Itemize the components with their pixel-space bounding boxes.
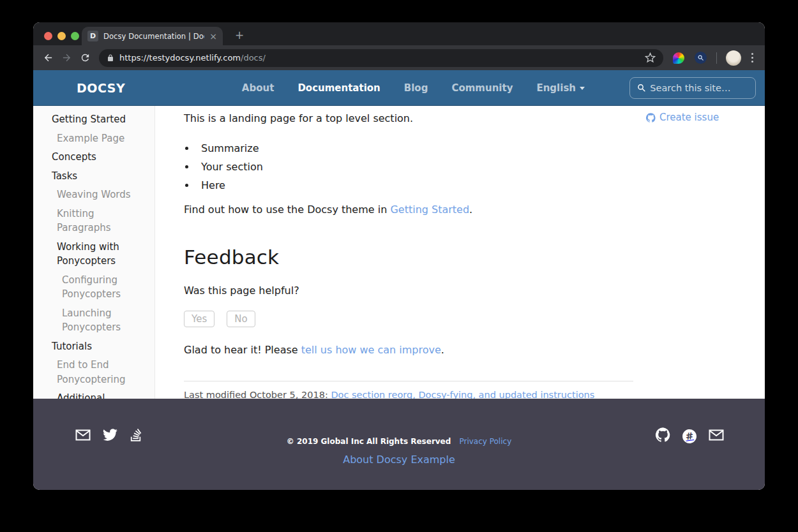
nav-item-documentation[interactable]: Documentation [297,82,380,94]
sidebar-item-launching-ponycopters[interactable]: Launching Ponycopters [33,306,138,335]
sidebar-item-concepts[interactable]: Concepts [33,150,138,165]
sidebar-item-tutorials[interactable]: Tutorials [33,339,138,354]
nav-item-language[interactable]: English [536,82,585,94]
toolbar-separator [716,52,717,64]
findout-paragraph: Find out how to use the Docsy theme in G… [184,203,633,216]
nav-item-community[interactable]: Community [451,82,513,94]
address-bar[interactable]: https://testydocsy.netlify.com/docs/ [99,49,663,67]
nav-item-about[interactable]: About [242,82,275,94]
slack-icon[interactable]: # [682,429,696,443]
profile-avatar[interactable] [726,50,741,66]
extension-password-icon[interactable] [695,52,707,64]
sidebar-item-configuring-ponycopters[interactable]: Configuring Ponycopters [33,273,138,302]
improve-link[interactable]: tell us how we can improve [301,344,441,356]
traffic-lights [44,32,79,40]
back-icon[interactable] [40,49,57,66]
tab-strip: D Docsy Documentation | Docsy × + [33,22,765,45]
search-input[interactable] [650,83,748,93]
zoom-window-button[interactable] [71,32,79,40]
lock-icon [107,54,114,63]
sidebar-item-example-page[interactable]: Example Page [33,131,138,146]
tab-close-icon[interactable]: × [209,32,217,41]
chevron-down-icon [580,87,585,90]
summary-list: Summarize Your section Here [196,142,633,191]
list-item: Here [196,179,633,191]
search-icon [637,83,645,92]
feedback-no-button[interactable]: No [227,311,255,327]
browser-tab[interactable]: D Docsy Documentation | Docsy × [82,27,223,45]
reload-icon[interactable] [77,49,94,66]
sidebar-item-getting-started[interactable]: Getting Started [33,112,138,127]
list-item: Your section [196,161,633,173]
browser-menu-icon[interactable] [751,53,754,63]
sidebar-item-end-to-end-ponycoptering[interactable]: End to End Ponycoptering [33,358,138,387]
tab-title: Docsy Documentation | Docsy [103,32,204,41]
divider [184,381,633,381]
site-footer: © 2019 Global Inc All Rights Reserved Pr… [33,399,765,490]
forward-icon[interactable] [58,49,75,66]
tab-favicon: D [87,31,98,41]
site-navbar: DOCSY About Documentation Blog Community… [33,70,765,106]
footer-social-right: # [656,427,724,445]
docs-sidebar: Getting Started Example Page Concepts Ta… [33,106,155,399]
sidebar-item-working-with-ponycopters[interactable]: Working with Ponycopters [33,240,138,269]
bookmark-star-icon[interactable] [645,52,656,63]
url-text: https://testydocsy.netlify.com/docs/ [119,53,640,63]
intro-paragraph: This is a landing page for a top level s… [184,110,633,127]
extension-rainbow-icon[interactable] [673,52,684,64]
privacy-policy-link[interactable]: Privacy Policy [459,437,511,446]
github-icon[interactable] [656,427,670,445]
browser-window: D Docsy Documentation | Docsy × + https:… [33,22,765,490]
feedback-response: Glad to hear it! Please tell us how we c… [184,344,633,356]
feedback-question: Was this page helpful? [184,284,633,297]
page-meta-links: Create issue [646,106,765,399]
sidebar-item-knitting-paragraphs[interactable]: Knitting Paragraphs [33,207,138,235]
nav-links: About Documentation Blog Community Engli… [242,77,756,99]
page-body: Getting Started Example Page Concepts Ta… [33,106,765,399]
browser-toolbar: https://testydocsy.netlify.com/docs/ [33,45,765,70]
create-issue-link[interactable]: Create issue [646,112,765,123]
feedback-yes-button[interactable]: Yes [184,311,215,327]
feedback-buttons: Yes No [184,311,633,327]
main-content: This is a landing page for a top level s… [155,106,646,399]
github-icon [646,113,656,122]
new-tab-button[interactable]: + [231,27,248,43]
email-icon[interactable] [709,429,724,444]
feedback-heading: Feedback [184,246,633,269]
site-logo[interactable]: DOCSY [77,81,125,95]
sidebar-item-tasks[interactable]: Tasks [33,169,138,184]
close-window-button[interactable] [44,32,52,40]
getting-started-link[interactable]: Getting Started [390,203,469,216]
about-docsy-link[interactable]: About Docsy Example [343,454,455,466]
nav-item-blog[interactable]: Blog [404,82,428,94]
sidebar-item-weaving-words[interactable]: Weaving Words [33,188,138,202]
copyright-text: © 2019 Global Inc All Rights Reserved [287,437,451,446]
minimize-window-button[interactable] [57,32,66,40]
search-box[interactable] [629,77,756,99]
list-item: Summarize [196,142,633,154]
